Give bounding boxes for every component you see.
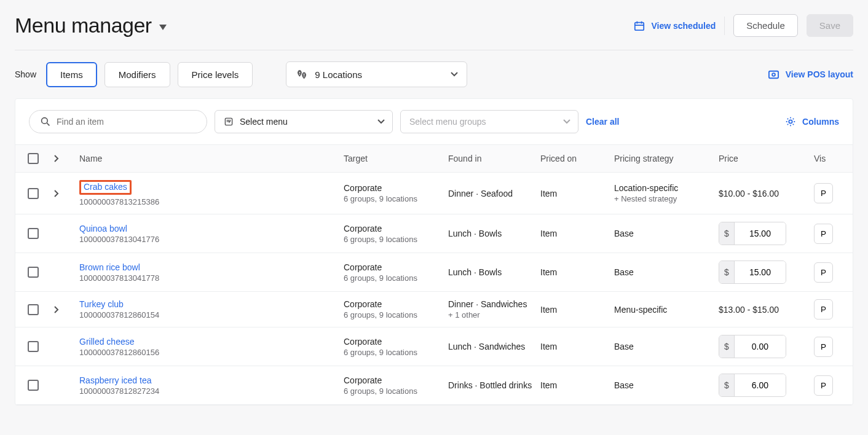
item-name-link[interactable]: Raspberry iced tea	[79, 375, 344, 385]
item-name-link[interactable]: Turkey club	[79, 299, 344, 309]
target-detail: 6 groups, 9 locations	[344, 386, 448, 396]
target-detail: 6 groups, 9 locations	[344, 310, 448, 319]
header-name[interactable]: Name	[79, 154, 344, 163]
row-checkbox[interactable]	[28, 380, 39, 391]
schedule-button[interactable]: Schedule	[733, 14, 798, 37]
item-id: 100000037813215386	[79, 197, 344, 206]
pricing-strategy: Base	[614, 267, 719, 277]
chevron-down-icon	[563, 119, 570, 124]
target-detail: 6 groups, 9 locations	[344, 235, 448, 244]
view-pos-layout-button[interactable]: View POS layout	[768, 69, 853, 80]
priced-on: Item	[540, 267, 557, 277]
svg-point-2	[299, 72, 301, 74]
header-target[interactable]: Target	[344, 154, 448, 163]
tab-items[interactable]: Items	[46, 62, 97, 87]
item-id: 100000037813041776	[79, 235, 344, 244]
pricing-strategy: Base	[614, 229, 719, 238]
search-input[interactable]	[57, 117, 195, 127]
priced-on: Item	[540, 380, 557, 390]
found-in: Drinks · Bottled drinks	[448, 380, 540, 390]
calendar-icon	[634, 20, 645, 31]
header-priced-on[interactable]: Priced on	[540, 154, 614, 163]
pricing-strategy-nested: + Nested strategy	[614, 194, 719, 203]
priced-on: Item	[540, 342, 557, 351]
target-detail: 6 groups, 9 locations	[344, 348, 448, 357]
chevron-right-icon[interactable]	[53, 189, 79, 198]
found-in-extra: + 1 other	[448, 310, 540, 319]
price-field[interactable]	[735, 261, 786, 283]
price-input[interactable]: $	[719, 335, 786, 358]
header-vis[interactable]: Vis	[814, 154, 845, 163]
table-row: Crab cakes100000037813215386Corporate6 g…	[15, 173, 853, 214]
select-all-checkbox[interactable]	[28, 153, 39, 164]
header-pricing-strategy[interactable]: Pricing strategy	[614, 154, 719, 163]
item-name-link[interactable]: Crab cakes	[84, 182, 127, 192]
svg-point-6	[42, 118, 48, 124]
svg-rect-4	[769, 71, 778, 77]
currency-symbol: $	[719, 374, 735, 396]
svg-point-9	[789, 120, 792, 123]
select-menu-groups[interactable]: Select menu groups	[400, 110, 578, 133]
price-range: $10.00 - $16.00	[719, 189, 779, 198]
pricing-strategy: Base	[614, 380, 719, 390]
visibility-button[interactable]: P	[814, 183, 833, 203]
pos-layout-icon	[768, 69, 779, 80]
price-field[interactable]	[735, 222, 786, 245]
price-field[interactable]	[735, 335, 786, 358]
currency-symbol: $	[719, 261, 735, 283]
row-checkbox[interactable]	[28, 304, 39, 315]
target-name: Corporate	[344, 224, 448, 233]
table-row: Turkey club100000037812860154Corporate6 …	[15, 292, 853, 327]
pricing-strategy: Base	[614, 342, 719, 351]
found-in: Dinner · Sandwiches	[448, 299, 540, 309]
price-input[interactable]: $	[719, 374, 786, 397]
price-input[interactable]: $	[719, 261, 786, 284]
target-detail: 6 groups, 9 locations	[344, 194, 448, 203]
svg-rect-1	[635, 22, 644, 30]
priced-on: Item	[540, 189, 557, 198]
row-checkbox[interactable]	[28, 341, 39, 352]
table-row: Raspberry iced tea100000037812827234Corp…	[15, 366, 853, 405]
chevron-down-icon	[377, 119, 385, 124]
clear-all-button[interactable]: Clear all	[586, 117, 619, 127]
row-checkbox[interactable]	[28, 267, 39, 278]
pricing-strategy: Menu-specific	[614, 305, 719, 315]
tab-modifiers[interactable]: Modifiers	[105, 62, 170, 87]
visibility-button[interactable]: P	[814, 299, 833, 319]
item-id: 100000037812860154	[79, 310, 344, 319]
search-input-wrapper[interactable]	[29, 110, 207, 133]
row-checkbox[interactable]	[28, 228, 39, 239]
view-scheduled-button[interactable]: View scheduled	[634, 20, 716, 31]
header-found-in[interactable]: Found in	[448, 154, 540, 163]
visibility-button[interactable]: P	[814, 337, 833, 357]
target-name: Corporate	[344, 337, 448, 347]
currency-symbol: $	[719, 335, 735, 358]
locations-select[interactable]: 9 Locations	[286, 61, 467, 87]
row-checkbox[interactable]	[28, 188, 39, 199]
item-name-link[interactable]: Grilled cheese	[79, 337, 344, 347]
chevron-right-icon[interactable]	[53, 154, 79, 163]
header-price[interactable]: Price	[719, 154, 814, 163]
item-id: 100000037812860156	[79, 348, 344, 357]
item-name-link[interactable]: Quinoa bowl	[79, 224, 344, 233]
table-row: Quinoa bowl100000037813041776Corporate6 …	[15, 214, 853, 253]
found-in: Dinner · Seafood	[448, 189, 540, 198]
visibility-button[interactable]: P	[814, 262, 833, 283]
select-menu[interactable]: Select menu	[215, 110, 393, 133]
gear-icon	[785, 116, 796, 127]
visibility-button[interactable]: P	[814, 224, 833, 244]
visibility-button[interactable]: P	[814, 375, 833, 396]
menu-icon	[224, 117, 234, 127]
price-field[interactable]	[735, 374, 786, 396]
item-name-link[interactable]: Brown rice bowl	[79, 262, 344, 272]
search-icon	[41, 117, 50, 127]
pricing-strategy: Location-specific	[614, 183, 719, 193]
tab-price-levels[interactable]: Price levels	[178, 62, 253, 87]
chevron-right-icon[interactable]	[53, 305, 79, 314]
target-detail: 6 groups, 9 locations	[344, 273, 448, 283]
table-row: Brown rice bowl100000037813041778Corpora…	[15, 253, 853, 292]
price-input[interactable]: $	[719, 222, 786, 245]
columns-button[interactable]: Columns	[785, 116, 839, 127]
target-name: Corporate	[344, 183, 448, 193]
title-dropdown-icon[interactable]	[159, 25, 167, 31]
